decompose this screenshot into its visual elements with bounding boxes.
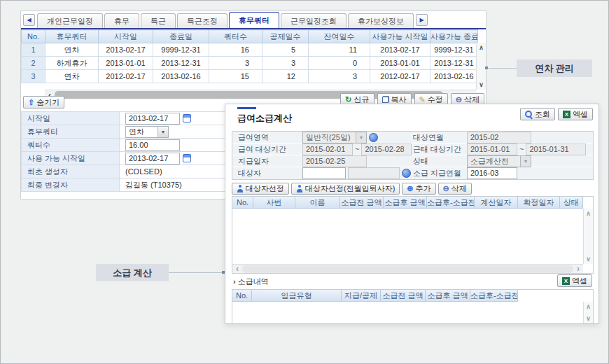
start-date-field[interactable]: 2013-02-17 (125, 113, 180, 125)
scroll-up-icon[interactable]: ∧ (586, 303, 591, 310)
cell[interactable]: 연차 (46, 43, 99, 57)
excel-button-label: 엑셀 (573, 109, 588, 120)
add-button-label: 추가 (416, 183, 431, 194)
usable-start-field[interactable]: 2013-02-17 (125, 153, 180, 164)
scroll-up-icon[interactable]: ∧ (479, 44, 484, 51)
tab-personal-schedule[interactable]: 개인근무일정 (37, 13, 103, 28)
vertical-scrollbar[interactable]: ∧ ∨ (583, 209, 593, 264)
tab-scroll-left-icon[interactable]: ◀ (23, 14, 35, 26)
tab-scroll-right-icon[interactable]: ▶ (416, 14, 428, 26)
cell[interactable]: 3 (209, 57, 262, 70)
cell[interactable]: 2013-02-16 (153, 70, 209, 83)
cell[interactable]: 3 (22, 70, 46, 83)
search-button[interactable]: 조회 (520, 108, 555, 120)
detail-excel-label: 엑셀 (572, 276, 587, 286)
cell[interactable]: 9999-12-31 (153, 43, 209, 57)
pay-area-lookup-icon[interactable] (369, 133, 378, 142)
edit-icon: ✎ (419, 96, 426, 104)
add-button[interactable]: ⊕ 추가 (402, 183, 435, 195)
select-target-button[interactable]: 대상자선정 (232, 183, 289, 195)
cell[interactable]: 1 (22, 43, 46, 57)
cell[interactable]: 15 (209, 70, 262, 83)
chevron-down-icon[interactable]: ▼ (158, 127, 168, 137)
quota-count-field[interactable]: 16.00 (125, 139, 180, 151)
scroll-down-icon[interactable]: ∨ (479, 81, 484, 88)
screen: ◀ 개인근무일정 휴무 특근 특근조정 휴무쿼터 근무일정조회 휴가보상정보 ▶… (0, 0, 609, 364)
tab-schedule-inquiry[interactable]: 근무일정조회 (281, 13, 346, 28)
scroll-right-icon[interactable]: › (573, 265, 583, 273)
leave-quota-grid: No. 휴무쿼터 시작일 종료일 쿼터수 공제일수 잔여일수 사용가능 시작일 … (21, 29, 486, 99)
scroll-down-icon[interactable]: ∨ (586, 255, 591, 262)
table-row[interactable]: 3 연차 2012-02-17 2013-02-16 15 12 3 2012-… (22, 70, 478, 83)
cell[interactable]: 11 (309, 43, 370, 57)
tab-leave[interactable]: 휴무 (104, 13, 139, 28)
cell[interactable]: 하계휴가 (46, 57, 99, 70)
calendar-icon[interactable] (183, 154, 191, 162)
table-row[interactable]: 2 하계휴가 2013-01-01 2013-12-31 3 3 0 2013-… (22, 57, 478, 70)
cell[interactable]: 연차 (46, 70, 99, 83)
cell[interactable]: 2013-02-17 (99, 43, 153, 57)
cell[interactable]: 16 (209, 43, 262, 57)
cell[interactable]: 2012-02-17 (370, 70, 430, 83)
header-filler (518, 290, 593, 302)
cell[interactable]: 0 (309, 57, 370, 70)
pay-date-field: 2015-02-25 (302, 155, 367, 167)
period-separator: ~ (519, 145, 524, 153)
cell[interactable]: 5 (262, 43, 309, 57)
callout-annual-management: 연차 관리 (517, 59, 592, 77)
tab-overtime-adjust[interactable]: 특근조정 (177, 13, 227, 28)
horizontal-scrollbar[interactable]: ‹ › (232, 264, 583, 273)
tab-leave-quota[interactable]: 휴무쿼터 (229, 12, 279, 28)
retro-month-field[interactable]: 2016-03 (467, 167, 517, 179)
excel-button[interactable]: X 엑셀 (558, 108, 593, 120)
remove-icon: ⊖ (443, 185, 449, 192)
col-start-date: 시작일 (99, 30, 153, 43)
grid-header-row: No. 임금유형 지급/공제 소급전 금액 소급후 금액 소급후-소급전 (232, 290, 593, 302)
table-row[interactable]: 1 연차 2013-02-17 9999-12-31 16 5 11 2013-… (22, 43, 478, 57)
modifier-value: 김길동 (T10375) (125, 181, 182, 189)
pay-period-label: 급여 대상기간 (238, 144, 302, 155)
col-after-amount: 소급후 금액 (384, 197, 427, 209)
cell[interactable]: 3 (309, 70, 370, 83)
detail-title-text: 소급내역 (238, 277, 269, 286)
col-quota-count: 쿼터수 (209, 30, 262, 43)
tab-overtime[interactable]: 특근 (141, 13, 176, 28)
cell[interactable]: 2013-02-16 (430, 70, 478, 83)
tab-leave-compensation[interactable]: 휴가보상정보 (348, 13, 414, 28)
retro-month-label: 소급 지급연월 (413, 168, 467, 178)
vertical-scrollbar[interactable]: ∧ ∨ (583, 302, 593, 323)
detail-section-title: ›소급내역 (233, 276, 269, 287)
target-id-field[interactable] (302, 167, 346, 179)
cell[interactable]: 2013-02-17 (370, 43, 430, 57)
cell[interactable]: 2013-01-01 (99, 57, 153, 70)
pay-area-select: 일반직(25일)▼ (302, 132, 367, 144)
scroll-down-icon[interactable]: ∨ (586, 315, 591, 322)
cell[interactable]: 2013-01-01 (370, 57, 430, 70)
callout-line (488, 68, 517, 69)
scroll-left-icon[interactable]: ‹ (232, 265, 242, 273)
cell[interactable]: 2013-12-31 (430, 57, 478, 70)
hide-button[interactable]: ⇧ 숨기기 (23, 96, 64, 108)
remove-button[interactable]: ⊖ 삭제 (438, 183, 472, 195)
remove-button-label: 삭제 (451, 183, 467, 194)
tab-bar: ◀ 개인근무일정 휴무 특근 특근조정 휴무쿼터 근무일정조회 휴가보상정보 ▶ (21, 11, 486, 29)
select-target-prev-button[interactable]: 대상자선정(전월입퇴사자) (291, 183, 400, 195)
new-icon: ↻ (345, 96, 351, 104)
col-diff-amount: 소급후-소급전 (470, 290, 518, 302)
cell[interactable]: 2013-12-31 (153, 57, 209, 70)
section-arrow-icon: › (233, 277, 236, 286)
col-quota-type: 휴무쿼터 (46, 30, 99, 43)
cell[interactable]: 9999-12-31 (430, 43, 478, 57)
hide-icon: ⇧ (28, 99, 34, 106)
target-lookup-icon[interactable] (402, 169, 411, 178)
cell[interactable]: 2 (22, 57, 46, 70)
calendar-icon[interactable] (183, 114, 191, 122)
vertical-scrollbar[interactable]: ∧ ∨ (476, 43, 486, 90)
cell[interactable]: 12 (262, 70, 309, 83)
quota-type-select[interactable]: 연차▼ (125, 126, 169, 138)
cell[interactable]: 3 (262, 57, 309, 70)
scroll-up-icon[interactable]: ∧ (586, 210, 591, 217)
detail-excel-button[interactable]: X 엑셀 (557, 274, 592, 287)
excel-icon: X (563, 111, 570, 118)
cell[interactable]: 2012-02-17 (99, 70, 153, 83)
